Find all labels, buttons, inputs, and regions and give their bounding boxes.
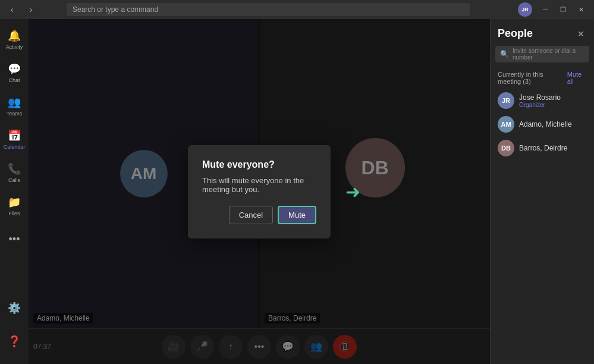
sidebar-item-apps[interactable]: ⚙️ (2, 293, 26, 324)
mute-dialog: Mute everyone? This will mute everyone i… (188, 145, 331, 239)
mute-all-button[interactable]: Mute all (567, 71, 587, 85)
sidebar-item-teams-label: Teams (7, 111, 23, 117)
meeting-area: AM Adamo, Michelle DB Barros, Deirdre 07… (29, 19, 490, 364)
deirdre-avatar: DB (498, 140, 514, 156)
activity-icon: 🔔 (8, 29, 21, 42)
sidebar-item-calendar-label: Calendar (4, 144, 26, 150)
cancel-button[interactable]: Cancel (229, 206, 273, 224)
main-content: AM Adamo, Michelle DB Barros, Deirdre 07… (29, 19, 594, 364)
user-avatar[interactable]: JR (518, 2, 532, 17)
jose-role: Organizer (519, 102, 587, 108)
panel-section-title: Currently in this meeting (3) (498, 71, 567, 85)
apps-icon: ⚙️ (8, 302, 21, 315)
help-icon: ❓ (8, 335, 21, 348)
sidebar-item-activity[interactable]: 🔔 Activity (2, 24, 26, 55)
sidebar-item-chat[interactable]: 💬 Chat (2, 57, 26, 88)
panel-section-header: Currently in this meeting (3) Mute all (491, 68, 594, 89)
panel-search-bar[interactable]: 🔍 Invite someone or dial a number (495, 46, 589, 62)
search-bar[interactable]: Search or type a command (67, 3, 470, 16)
sidebar-bottom: ⚙️ ❓ (2, 293, 26, 357)
sidebar-item-files[interactable]: 📁 Files (2, 190, 26, 221)
jose-info: Jose Rosario Organizer (519, 93, 587, 108)
calls-icon: 📞 (8, 162, 21, 175)
sidebar: 🔔 Activity 💬 Chat 👥 Teams 📅 Calendar 📞 C… (0, 19, 29, 364)
jose-avatar: JR (498, 92, 514, 109)
panel-search-icon: 🔍 (500, 50, 509, 58)
files-icon: 📁 (8, 196, 21, 209)
michelle-name: Adamo, Michelle (519, 120, 587, 128)
participant-item-jose[interactable]: JR Jose Rosario Organizer (491, 89, 594, 112)
dialog-actions: Cancel Mute (202, 206, 316, 224)
people-panel: People ✕ 🔍 Invite someone or dial a numb… (490, 19, 594, 364)
panel-search-placeholder: Invite someone or dial a number (513, 48, 584, 61)
teams-icon: 👥 (8, 96, 21, 109)
panel-close-button[interactable]: ✕ (575, 28, 587, 40)
jose-name: Jose Rosario (519, 93, 587, 102)
chat-icon: 💬 (8, 62, 21, 76)
sidebar-item-calendar[interactable]: 📅 Calendar (2, 124, 26, 155)
sidebar-item-calls[interactable]: 📞 Calls (2, 157, 26, 188)
michelle-info: Adamo, Michelle (519, 120, 587, 128)
calendar-icon: 📅 (8, 129, 21, 142)
title-bar: ‹ › Search or type a command JR ─ ❐ ✕ (0, 0, 594, 19)
minimize-button[interactable]: ─ (537, 3, 554, 16)
participant-item-deirdre[interactable]: DB Barros, Deirdre (491, 136, 594, 160)
arrow-indicator: ➜ (345, 181, 360, 202)
close-button[interactable]: ✕ (573, 3, 589, 16)
dialog-title: Mute everyone? (202, 159, 316, 170)
deirdre-info: Barros, Deirdre (519, 144, 587, 152)
michelle-avatar: AM (498, 116, 514, 133)
sidebar-item-more[interactable]: ••• (2, 224, 26, 255)
panel-title: People (498, 27, 533, 40)
search-placeholder: Search or type a command (73, 5, 158, 14)
dialog-body: This will mute everyone in the meeting b… (202, 176, 316, 194)
sidebar-item-files-label: Files (8, 211, 20, 216)
mute-button[interactable]: Mute (278, 206, 316, 224)
nav-back-button[interactable]: ‹ (5, 2, 19, 17)
sidebar-item-activity-label: Activity (6, 44, 23, 50)
deirdre-name: Barros, Deirdre (519, 144, 587, 152)
participant-item-michelle[interactable]: AM Adamo, Michelle (491, 112, 594, 136)
title-bar-right: JR ─ ❐ ✕ (518, 2, 594, 17)
panel-header: People ✕ (491, 19, 594, 46)
more-icon: ••• (9, 233, 20, 246)
sidebar-item-help[interactable]: ❓ (2, 326, 26, 357)
sidebar-item-chat-label: Chat (8, 77, 20, 83)
restore-button[interactable]: ❐ (555, 3, 571, 16)
sidebar-item-teams[interactable]: 👥 Teams (2, 90, 26, 121)
sidebar-item-calls-label: Calls (8, 177, 20, 183)
title-bar-left: ‹ › (0, 2, 43, 17)
dialog-overlay: Mute everyone? This will mute everyone i… (29, 19, 490, 364)
nav-forward-button[interactable]: › (24, 2, 38, 17)
